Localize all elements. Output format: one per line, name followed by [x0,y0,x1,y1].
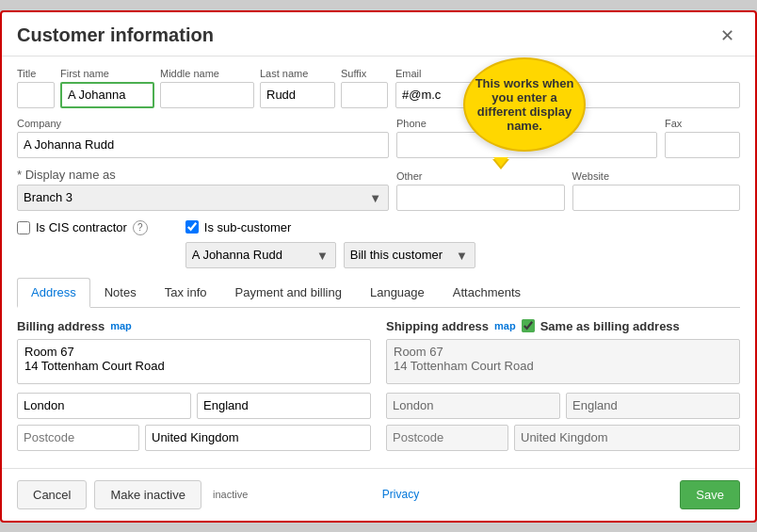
sub-customer-label: Is sub-customer [204,220,291,234]
name-email-row: Title First name Middle name Last name S… [17,68,740,108]
dialog-title: Customer information [17,24,214,46]
close-button[interactable]: ✕ [715,24,740,48]
cis-contractor-checkbox[interactable] [17,221,30,234]
shipping-postcode-input[interactable] [386,425,508,451]
cis-help-icon[interactable]: ? [133,220,148,235]
firstname-group: First name [60,68,154,108]
billing-postcode-input[interactable] [17,425,139,451]
cis-contractor-label: Is CIS contractor [36,220,127,234]
cis-contractor-group: Is CIS contractor ? [17,220,148,235]
sub-customer-controls: A Johanna Rudd ▼ Bill this customer Bill… [185,242,740,268]
display-name-label: * Display name as [17,168,389,182]
tab-tax-info[interactable]: Tax info [151,278,221,307]
tab-language[interactable]: Language [356,278,439,307]
billing-city-input[interactable] [17,393,191,419]
title-label: Title [17,68,55,79]
same-as-billing-group: Same as billing address [522,319,680,333]
tab-notes[interactable]: Notes [90,278,151,307]
billing-postcode-country-row [17,425,371,451]
suffix-label: Suffix [341,68,388,79]
make-inactive-label: Make inactive [110,488,185,502]
cis-subcustomer-row: Is CIS contractor ? Is sub-customer A Jo… [17,220,740,268]
dialog-footer: Cancel Make inactive inactive Privacy Sa… [2,468,755,521]
display-name-select[interactable]: Branch 3 A Johanna Rudd Branch 1 Branch … [17,185,389,211]
shipping-address-label: Shipping address map Same as billing add… [386,319,740,333]
middlename-group: Middle name [160,68,254,108]
shipping-state-input[interactable] [566,393,740,419]
address-section: Billing address map Room 67 14 Tottenham… [17,319,740,457]
bill-option-select-wrapper: Bill this customer Bill parent customer … [344,242,475,268]
shipping-city-input[interactable] [386,393,560,419]
fax-label: Fax [665,118,740,129]
tabs-section: Address Notes Tax info Payment and billi… [17,278,740,457]
shipping-map-link[interactable]: map [494,320,516,331]
website-label: Website [572,170,741,182]
sub-customer-select[interactable]: A Johanna Rudd [185,242,336,268]
tab-list: Address Notes Tax info Payment and billi… [17,278,740,308]
display-name-select-wrapper: Branch 3 A Johanna Rudd Branch 1 Branch … [17,185,389,211]
billing-street-textarea[interactable]: Room 67 14 Tottenham Court Road [17,339,371,384]
billing-address-col: Billing address map Room 67 14 Tottenham… [17,319,371,457]
sub-customer-select-wrapper: A Johanna Rudd ▼ [185,242,336,268]
billing-state-input[interactable] [197,393,371,419]
lastname-group: Last name [260,68,335,108]
middlename-label: Middle name [160,68,254,79]
lastname-label: Last name [260,68,335,79]
tab-attachments[interactable]: Attachments [439,278,535,307]
other-group: Other [396,170,565,211]
billing-city-state-row [17,393,371,419]
shipping-postcode-country-row [386,425,740,451]
sub-customer-checkbox-row: Is sub-customer [185,220,740,234]
billing-country-input[interactable] [145,425,371,451]
shipping-street-textarea[interactable]: Room 67 14 Tottenham Court Road [386,339,740,384]
title-group: Title [17,68,55,108]
shipping-city-state-row [386,393,740,419]
sub-customer-section: Is sub-customer A Johanna Rudd ▼ Bill th… [185,220,740,268]
website-group: Website [572,170,741,211]
dialog-header: Customer information ✕ [2,12,755,56]
firstname-label: First name [60,68,154,79]
title-input[interactable] [17,82,55,108]
bill-option-select[interactable]: Bill this customer Bill parent customer [344,242,475,268]
company-label: Company [17,118,389,129]
billing-address-label: Billing address map [17,319,371,333]
company-group: Company [17,118,389,158]
firstname-input[interactable] [60,82,154,108]
same-as-billing-label: Same as billing address [540,319,680,333]
fax-group: Fax [665,118,740,158]
tooltip-bubble: This works when you enter a different di… [463,57,586,152]
other-label: Other [396,170,565,182]
lastname-input[interactable] [260,82,335,108]
tooltip-text: This works when you enter a different di… [475,76,574,133]
make-inactive-button[interactable]: Make inactive [94,480,201,509]
sub-customer-checkbox[interactable] [185,220,199,234]
display-name-group: * Display name as Branch 3 A Johanna Rud… [17,168,389,211]
same-as-billing-checkbox[interactable] [522,319,535,332]
shipping-address-col: Shipping address map Same as billing add… [386,319,740,457]
other-website-group: Other Website [396,170,740,211]
dialog-body: Title First name Middle name Last name S… [2,56,755,468]
shipping-country-input[interactable] [514,425,740,451]
inactive-badge: inactive [213,489,248,500]
middlename-input[interactable] [160,82,254,108]
suffix-group: Suffix [341,68,388,108]
company-phone-row: Company Phone Fax [17,118,740,158]
tab-payment-billing[interactable]: Payment and billing [220,278,355,307]
billing-map-link[interactable]: map [110,320,132,331]
customer-information-dialog: Customer information ✕ This works when y… [0,10,757,523]
tab-address[interactable]: Address [17,278,90,308]
other-input[interactable] [396,185,565,211]
cancel-button[interactable]: Cancel [17,480,87,509]
save-button[interactable]: Save [680,480,740,509]
privacy-link[interactable]: Privacy [382,488,419,501]
tab-content-address: Billing address map Room 67 14 Tottenham… [17,308,740,457]
suffix-input[interactable] [341,82,388,108]
displayname-other-row: * Display name as Branch 3 A Johanna Rud… [17,168,740,211]
company-input[interactable] [17,132,389,158]
website-input[interactable] [572,185,741,211]
fax-input[interactable] [665,132,740,158]
